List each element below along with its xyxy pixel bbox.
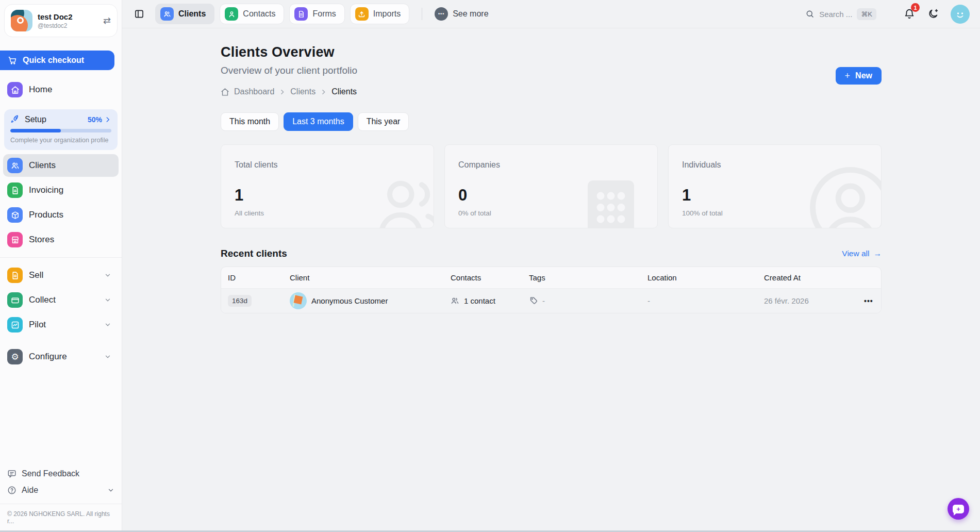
sidebar-group-pilot[interactable]: Pilot xyxy=(3,313,119,336)
topbar: Clients Contacts Forms Imports xyxy=(122,0,980,28)
tab-clients[interactable]: Clients xyxy=(155,4,214,24)
person-icon xyxy=(805,162,882,228)
sidebar-group-label: Pilot xyxy=(29,320,46,330)
upload-icon xyxy=(355,7,369,21)
new-button-label: New xyxy=(855,71,872,80)
setup-progress-card[interactable]: Setup 50% Complete your organization pro… xyxy=(4,109,118,150)
sidebar-group-collect[interactable]: Collect xyxy=(3,289,119,311)
quick-checkout-label: Quick checkout xyxy=(23,56,84,65)
sidebar-item-products[interactable]: Products xyxy=(3,204,119,226)
row-actions-menu[interactable]: ••• xyxy=(864,297,873,305)
users-icon xyxy=(160,7,174,21)
sidebar-group-label: Collect xyxy=(29,295,56,305)
tab-label: Contacts xyxy=(243,9,275,19)
search-shortcut-kbd: ⌘K xyxy=(857,8,876,20)
smiley-icon xyxy=(951,5,970,24)
divider xyxy=(422,8,422,20)
chevron-down-icon xyxy=(104,296,111,304)
send-feedback-label: Send Feedback xyxy=(22,469,79,478)
client-avatar xyxy=(290,292,307,309)
rocket-icon xyxy=(10,114,20,124)
recent-clients-title: Recent clients xyxy=(221,248,287,259)
plus-icon: + xyxy=(845,71,851,81)
home-icon xyxy=(221,88,229,96)
tab-label: Clients xyxy=(178,9,206,19)
tab-forms[interactable]: Forms xyxy=(289,4,344,24)
chevron-down-icon xyxy=(107,487,114,494)
sidebar-group-sell[interactable]: Sell xyxy=(3,264,119,287)
client-id-badge: 163d xyxy=(228,295,252,307)
feedback-chat-icon xyxy=(7,469,16,478)
sidebar-item-label: Stores xyxy=(29,235,54,245)
chevron-right-icon xyxy=(320,89,327,95)
tab-contacts[interactable]: Contacts xyxy=(220,4,284,24)
users-icon xyxy=(7,158,23,173)
sidebar-item-clients[interactable]: Clients xyxy=(3,154,119,177)
gear-icon: ⚙ xyxy=(7,349,23,364)
invoice-icon xyxy=(7,182,23,198)
sidebar-item-label: Clients xyxy=(29,160,56,171)
col-location: Location xyxy=(641,273,757,282)
search-input[interactable]: Search ... ⌘K xyxy=(805,8,876,20)
table-row[interactable]: 163d Anonymous Customer 1 contact xyxy=(221,289,881,313)
created-at-value: 26 févr. 2026 xyxy=(764,296,809,305)
new-client-button[interactable]: + New xyxy=(836,67,882,85)
sidebar-item-stores[interactable]: Stores xyxy=(3,228,119,251)
notifications-button[interactable]: 1 xyxy=(900,5,919,23)
stat-card-total-clients: Total clients 1 All clients xyxy=(221,144,434,228)
client-name: Anonymous Customer xyxy=(311,296,388,305)
cart-icon xyxy=(8,56,17,65)
search-placeholder: Search ... xyxy=(819,10,852,19)
sidebar-group-configure[interactable]: ⚙ Configure xyxy=(3,345,119,368)
page-title: Clients Overview xyxy=(221,44,357,60)
breadcrumb-clients[interactable]: Clients xyxy=(290,87,315,96)
col-tags: Tags xyxy=(522,273,641,282)
breadcrumb-dashboard[interactable]: Dashboard xyxy=(234,87,274,96)
view-all-link[interactable]: View all → xyxy=(842,249,882,258)
sidebar-item-invoicing[interactable]: Invoicing xyxy=(3,179,119,202)
tab-label: Imports xyxy=(373,9,401,19)
filter-this-year[interactable]: This year xyxy=(358,112,409,131)
org-avatar xyxy=(11,10,32,31)
store-icon xyxy=(7,232,23,247)
package-icon xyxy=(7,207,23,223)
main-content: Clients Overview Overview of your client… xyxy=(122,28,980,532)
chat-fab-button[interactable]: + xyxy=(948,498,969,520)
sidebar-item-home[interactable]: Home xyxy=(3,78,119,101)
filter-this-month[interactable]: This month xyxy=(221,112,279,131)
form-icon xyxy=(294,7,308,21)
send-feedback-button[interactable]: Send Feedback xyxy=(0,466,122,482)
stat-card-companies: Companies 0 0% of total xyxy=(444,144,658,228)
col-created-at: Created At xyxy=(757,273,857,282)
col-contacts: Contacts xyxy=(444,273,522,282)
theme-toggle-button[interactable] xyxy=(924,5,942,23)
user-avatar[interactable] xyxy=(951,5,970,24)
recent-clients-table: ID Client Contacts Tags Location Created… xyxy=(221,267,882,313)
building-icon xyxy=(580,175,642,228)
tab-label: Forms xyxy=(312,9,336,19)
sidebar-item-label: Invoicing xyxy=(29,185,63,195)
sidebar-toggle-icon[interactable] xyxy=(131,6,147,22)
chat-bubble-icon: + xyxy=(953,505,964,513)
sidebar-group-label: Sell xyxy=(29,270,43,280)
org-switcher[interactable]: test Doc2 @testdoc2 ⇄ xyxy=(4,4,118,37)
switch-org-icon[interactable]: ⇄ xyxy=(103,15,111,26)
tag-icon xyxy=(529,296,538,305)
users-icon xyxy=(451,296,459,305)
app-window: test Doc2 @testdoc2 ⇄ Quick checkout Hom… xyxy=(0,0,980,532)
chart-icon xyxy=(7,317,23,332)
help-menu[interactable]: Aide xyxy=(0,482,122,498)
chevron-down-icon xyxy=(104,321,111,328)
filter-last-3-months[interactable]: Last 3 months xyxy=(284,112,353,131)
card-icon xyxy=(7,292,23,308)
quick-checkout-button[interactable]: Quick checkout xyxy=(0,51,114,70)
sidebar: test Doc2 @testdoc2 ⇄ Quick checkout Hom… xyxy=(0,0,122,532)
see-more-button[interactable]: ••• See more xyxy=(435,7,488,21)
tags-value: - xyxy=(542,296,545,305)
breadcrumb-current: Clients xyxy=(331,87,357,96)
help-label: Aide xyxy=(22,486,38,495)
chevron-right-icon xyxy=(279,89,286,95)
ellipsis-icon: ••• xyxy=(435,7,448,21)
breadcrumb: Dashboard Clients Clients xyxy=(221,87,357,96)
tab-imports[interactable]: Imports xyxy=(350,4,409,24)
